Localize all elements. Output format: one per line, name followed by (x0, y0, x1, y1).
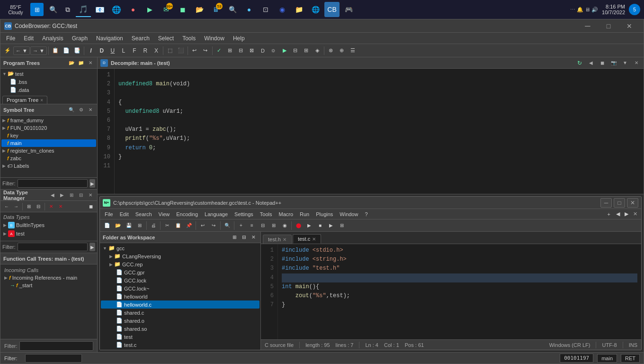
toolbar-btn-misc3[interactable]: ☰ (348, 46, 358, 56)
taskbar-app-4[interactable]: ● (125, 2, 141, 17)
dtm-icon-1[interactable]: ⊞ (68, 191, 75, 199)
dtm-tool-5[interactable]: ✕ (47, 202, 55, 211)
decompile-btn2[interactable]: ◼ (598, 59, 607, 67)
taskbar-app-1[interactable]: 🎵 (76, 2, 91, 17)
folder-clang[interactable]: ▶ 📁 CLangReversing (101, 252, 259, 260)
symbol-filter-go[interactable]: ▶ (89, 179, 96, 188)
decompile-btn4[interactable]: ▼ (621, 59, 629, 67)
folder-helloworld[interactable]: 📄 helloworld (101, 292, 259, 300)
npp-tool-find[interactable]: 🔍 (222, 221, 233, 230)
symbol-key[interactable]: ▶ f key (1, 132, 96, 139)
dtm-close[interactable]: ✕ (87, 191, 94, 199)
toolbar-btn-misc2[interactable]: ⊕ (337, 46, 347, 56)
taskbar-app-13[interactable]: ◉ (275, 2, 290, 17)
symbol-zabc[interactable]: ▶ f zabc (1, 155, 96, 162)
toolbar-nav-fwd[interactable]: → ▼ (30, 46, 47, 55)
dtm-tool-6[interactable]: ✕ (56, 202, 65, 211)
taskbar-app-12[interactable]: ⊡ (258, 2, 273, 17)
toolbar-btn-check[interactable]: ✓ (214, 46, 224, 56)
toolbar-btn-pause[interactable]: ⊟ (290, 46, 301, 56)
taskbar-app-5[interactable]: ▶ (142, 2, 157, 17)
tab-test-c-close[interactable]: ✕ (312, 237, 316, 242)
folder-gcclock[interactable]: 📄 GCC.lock (101, 276, 259, 284)
toolbar-btn-3[interactable]: 📄 (61, 46, 72, 56)
notepad-minimize-btn[interactable]: ─ (600, 198, 612, 208)
toolbar-btn-4[interactable]: 📑 (72, 46, 82, 56)
test-types-item[interactable]: ▶ A test (1, 229, 96, 238)
taskbar-app-15[interactable]: 🌐 (308, 2, 323, 17)
npp-add-tab[interactable]: + (605, 210, 613, 218)
builtin-types-item[interactable]: ▶ B BuiltInTypes (1, 221, 96, 229)
npp-menu-file[interactable]: File (102, 210, 116, 218)
npp-menu-run[interactable]: Run (297, 210, 312, 218)
npp-tool-align[interactable]: ≡ (247, 221, 257, 230)
tab-test-h-close[interactable]: ✕ (283, 237, 286, 242)
dtm-archive[interactable]: ◼ (87, 202, 95, 211)
folder-btn-1[interactable]: ⊞ (230, 233, 239, 242)
taskbar-app-16[interactable]: CB (324, 2, 340, 17)
npp-tool-view[interactable]: ◉ (279, 221, 290, 230)
toolbar-btn-stop[interactable]: ◈ (312, 46, 322, 56)
toolbar-btn-u[interactable]: U (107, 46, 118, 56)
toolbar-btn-2[interactable]: 📋 (50, 46, 61, 56)
npp-tool-open[interactable]: 📂 (113, 221, 123, 230)
menu-graph[interactable]: Graph (68, 34, 91, 43)
taskbar-app-2[interactable]: 📧 (92, 2, 107, 17)
npp-tool-align2[interactable]: ⊟ (258, 221, 268, 230)
symbol-filter-input[interactable] (18, 179, 88, 188)
dtm-filter-go[interactable]: ▶ (89, 243, 96, 251)
folder-gccgpr[interactable]: 📄 GCC.gpr (101, 268, 259, 276)
decompile-close[interactable]: ✕ (632, 59, 641, 67)
toolbar-btn-misc[interactable]: ⊗ (326, 46, 336, 56)
menu-help[interactable]: Help (229, 34, 249, 43)
npp-nav-1[interactable]: ◀ (614, 210, 622, 218)
search-taskbar-icon[interactable]: 🔍 (46, 3, 60, 16)
npp-close-tab[interactable]: ✕ (631, 210, 639, 218)
incoming-refs-item[interactable]: ▶ f Incoming References - main (2, 274, 95, 282)
npp-menu-search[interactable]: Search (133, 210, 155, 218)
tab-test-h[interactable]: test.h ✕ (263, 235, 292, 244)
symbol-labels[interactable]: ▶ 🏷 Labels (1, 162, 96, 170)
decompile-refresh[interactable]: ↻ (575, 59, 584, 67)
folder-btn-2[interactable]: ⊟ (240, 233, 248, 242)
toolbar-btn-l[interactable]: L (118, 46, 129, 56)
decompile-btn1[interactable]: ◀ (587, 59, 595, 67)
program-trees-close-icon[interactable]: ✕ (87, 59, 94, 67)
folder-gcclocktilde[interactable]: 📄 GCC.lock~ (101, 284, 259, 292)
menu-file[interactable]: File (2, 34, 19, 43)
toolbar-btn-tag[interactable]: D (258, 46, 268, 56)
program-tree-tab-close[interactable]: × (40, 98, 43, 103)
npp-tool-saveall[interactable]: ⊞ (134, 221, 145, 230)
npp-menu-window[interactable]: Window (337, 210, 361, 218)
editor-content[interactable]: 1 2 3 4 5 6 7 #include <stdio.h> #includ… (261, 244, 641, 339)
toolbar-btn-redo[interactable]: ↪ (200, 46, 211, 56)
toolbar-btn-grid[interactable]: ⊞ (225, 46, 235, 56)
taskbar-app-6[interactable]: ✉ 99+ (159, 2, 174, 17)
tree-data-item[interactable]: 📄 .data (1, 86, 96, 94)
npp-tool-cut[interactable]: ✂ (162, 221, 172, 230)
dtm-tool-3[interactable]: ⊞ (25, 202, 33, 211)
toolbar-nav-back[interactable]: ← ▼ (13, 46, 30, 55)
taskbar-app-8[interactable]: 📂 (192, 2, 207, 17)
npp-menu-plugins[interactable]: Plugins (313, 210, 336, 218)
start-item[interactable]: → f _start (2, 282, 95, 289)
npp-tool-zoom-in[interactable]: + (236, 221, 246, 230)
dtm-tool-4[interactable]: ⊟ (34, 202, 43, 211)
npp-tool-play[interactable]: ▶ (304, 221, 314, 230)
tree-root-item[interactable]: ▼ 📂 test (1, 70, 96, 78)
symbol-tree-close[interactable]: ✕ (87, 106, 94, 114)
decompile-code-area[interactable]: 1 2 3 4 5 6 7 8 9 10 11 undefine (98, 69, 644, 194)
menu-select[interactable]: Select (154, 34, 178, 43)
npp-tool-stop[interactable]: ■ (315, 221, 325, 230)
menu-window[interactable]: Window (200, 34, 228, 43)
npp-menu-encoding[interactable]: Encoding (173, 210, 201, 218)
maximize-button[interactable]: □ (598, 19, 619, 33)
taskbar-app-14[interactable]: 📁 (291, 2, 306, 17)
symbol-main[interactable]: ▶ f main (1, 139, 96, 147)
npp-tool-paste[interactable]: 📌 (184, 221, 194, 230)
npp-tool-rec[interactable]: ⬤ (293, 221, 304, 230)
notepad-close-btn[interactable]: ✕ (627, 198, 638, 208)
folder-pane-close[interactable]: ✕ (249, 233, 258, 242)
npp-menu-language[interactable]: Language (202, 210, 231, 218)
toolbar-btn-copy[interactable]: ⬚ (165, 46, 175, 56)
